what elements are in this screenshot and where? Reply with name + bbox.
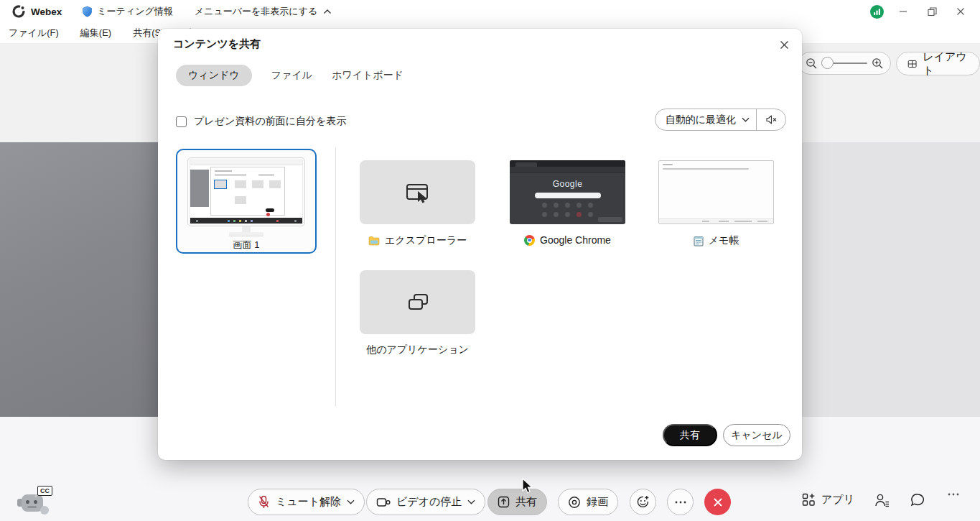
video-chevron-icon: [467, 499, 475, 504]
zoom-control: [798, 52, 891, 75]
window-label-other-apps[interactable]: 他のアプリケーション: [360, 344, 475, 356]
minimize-icon: [899, 7, 907, 16]
show-me-checkbox[interactable]: [176, 116, 187, 127]
chevron-up-icon: [323, 9, 332, 14]
window-thumb-chrome[interactable]: Google: [510, 160, 625, 224]
leave-x-icon: [713, 497, 723, 507]
restore-icon: [928, 7, 937, 17]
titlebar: Webex ミーティング情報 メニューバーを非表示にする: [0, 0, 980, 23]
window-thumb-notepad[interactable]: [658, 160, 774, 224]
close-window-button[interactable]: [951, 3, 970, 20]
ellipsis-icon: [675, 501, 686, 504]
share-content-dialog: コンテンツを共有 ウィンドウ ファイル ホワイトボード プレゼン資料の前面に自分…: [158, 29, 802, 460]
window-label-notepad[interactable]: メモ帳: [658, 234, 774, 247]
minimize-button[interactable]: [894, 3, 913, 20]
share-audio-toggle[interactable]: [757, 114, 785, 125]
meeting-info-shield-icon: [82, 6, 93, 17]
stop-video-label: ビデオの停止: [396, 495, 462, 509]
dialog-tabs: ウィンドウ ファイル ホワイトボード: [176, 65, 403, 86]
share-confirm-button[interactable]: 共有: [663, 424, 717, 446]
mouse-cursor: [521, 478, 534, 495]
close-icon: [780, 40, 789, 50]
stop-video-button[interactable]: ビデオの停止: [366, 489, 485, 515]
record-label: 録画: [587, 495, 608, 509]
zoom-out-icon[interactable]: [806, 57, 818, 70]
app-title: Webex: [31, 6, 62, 17]
webex-assistant-avatar[interactable]: CC: [17, 486, 57, 519]
participants-button[interactable]: [874, 493, 890, 507]
smiley-plus-icon: [636, 495, 650, 509]
share-icon: [498, 496, 510, 508]
dialog-title: コンテンツを共有: [173, 37, 261, 51]
apps-button[interactable]: アプリ: [802, 493, 854, 507]
reactions-button[interactable]: [630, 489, 656, 515]
chrome-icon: [524, 235, 535, 246]
optimize-label: 自動的に最適化: [666, 114, 736, 126]
folder-icon: [368, 236, 380, 246]
participants-icon: [874, 493, 890, 507]
menu-file[interactable]: ファイル(F): [9, 27, 59, 40]
show-me-row: プレゼン資料の前面に自分を表示: [176, 115, 346, 128]
stacked-windows-icon: [405, 292, 431, 313]
zoom-slider[interactable]: [823, 63, 867, 64]
screens-windows-separator: [335, 147, 336, 406]
unmute-button[interactable]: ミュート解除: [248, 489, 365, 515]
show-me-label: プレゼン資料の前面に自分を表示: [194, 115, 346, 128]
chevron-down-icon: [742, 117, 750, 122]
menu-edit[interactable]: 編集(E): [80, 27, 111, 40]
layout-button[interactable]: レイアウト: [896, 52, 980, 75]
share-toolbar-button[interactable]: 共有: [487, 489, 547, 515]
window-label-chrome[interactable]: Google Chrome: [510, 234, 625, 246]
mic-muted-icon: [258, 495, 270, 509]
window-cursor-icon: [403, 180, 432, 205]
hide-menubar-button[interactable]: メニューバーを非表示にする: [195, 5, 332, 18]
window-label-explorer[interactable]: エクスプローラー: [360, 234, 475, 247]
captions-badge: CC: [37, 486, 52, 496]
more-options-button[interactable]: [667, 489, 694, 515]
unmute-label: ミュート解除: [276, 495, 341, 509]
cancel-button[interactable]: キャンセル: [723, 424, 790, 446]
leave-meeting-button[interactable]: [704, 489, 731, 515]
webex-logo: Webex: [11, 4, 62, 19]
dialog-close-button[interactable]: [775, 36, 793, 53]
apps-grid-icon: [802, 493, 816, 507]
screen-1-card[interactable]: 画面 1: [176, 149, 317, 254]
tab-window[interactable]: ウィンドウ: [176, 65, 252, 86]
close-window-icon: [956, 7, 965, 16]
apps-label: アプリ: [821, 493, 854, 507]
notepad-icon: [694, 236, 704, 246]
layout-label: レイアウト: [923, 50, 969, 78]
monitor-stand: [242, 226, 251, 232]
zoom-in-icon[interactable]: [872, 57, 884, 70]
layout-grid-icon: [907, 58, 917, 70]
optimize-dropdown[interactable]: 自動的に最適化: [655, 114, 756, 126]
screen-1-preview: [187, 157, 305, 226]
restore-button[interactable]: [923, 3, 941, 20]
zoom-slider-knob[interactable]: [821, 57, 834, 69]
tab-file[interactable]: ファイル: [271, 65, 312, 86]
connection-quality-icon[interactable]: [870, 5, 884, 19]
camera-icon: [376, 497, 391, 508]
unmute-chevron-icon: [347, 499, 355, 504]
speaker-muted-icon: [765, 114, 778, 125]
hide-menubar-label: メニューバーを非表示にする: [195, 5, 317, 18]
window-thumb-explorer[interactable]: [360, 160, 475, 224]
meeting-info-button[interactable]: ミーティング情報: [82, 5, 173, 18]
record-icon: [568, 496, 581, 509]
share-toolbar-label: 共有: [515, 495, 537, 509]
screen-1-label: 画面 1: [233, 239, 260, 252]
record-button[interactable]: 録画: [558, 489, 618, 515]
more-panels-button[interactable]: [948, 493, 959, 496]
optimize-control: 自動的に最適化: [655, 109, 786, 131]
chat-button[interactable]: [910, 493, 925, 507]
window-thumb-other-apps[interactable]: [360, 270, 475, 334]
webex-logo-icon: [11, 4, 26, 19]
meeting-info-label: ミーティング情報: [97, 5, 173, 18]
chat-bubble-icon: [910, 493, 925, 507]
tab-whiteboard[interactable]: ホワイトボード: [332, 65, 403, 86]
self-video-feed: [0, 142, 158, 417]
more-panels-ellipsis-icon: [948, 493, 959, 496]
chrome-preview-logo: Google: [510, 179, 625, 189]
